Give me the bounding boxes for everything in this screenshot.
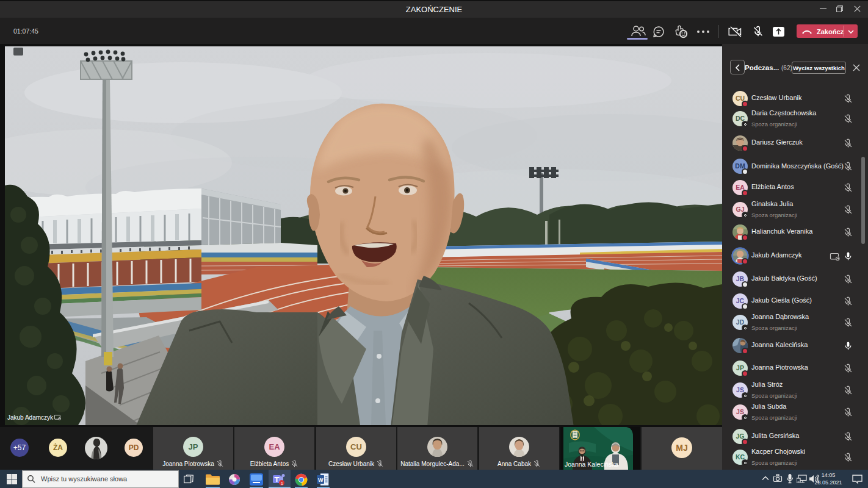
svg-text:Joanna Kalecińska: Joanna Kalecińska: [565, 461, 618, 468]
svg-text:1: 1: [281, 481, 283, 486]
svg-text:W: W: [318, 477, 324, 483]
